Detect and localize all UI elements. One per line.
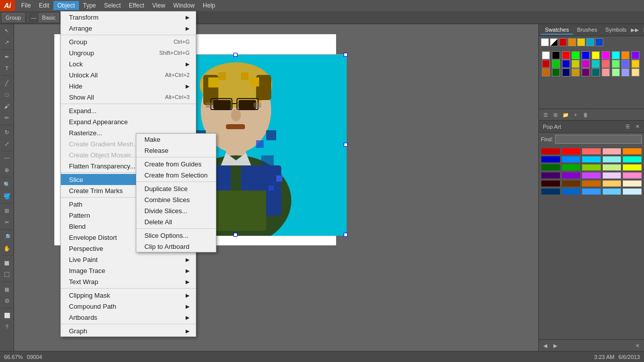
arrow-lock: ▶ xyxy=(186,61,190,67)
menu-item-show-all[interactable]: Show AllAlt+Ctrl+3 xyxy=(61,92,196,103)
arrow-image-trace: ▶ xyxy=(186,268,190,274)
slice-combine[interactable]: Combine Slices xyxy=(136,194,216,205)
menu-item-live-paint[interactable]: Live Paint▶ xyxy=(61,254,196,265)
arrow-compound-path: ▶ xyxy=(186,304,190,309)
dropdown-overlay: Transform▶Arrange▶GroupCtrl+GUngroupShif… xyxy=(0,0,644,362)
menu-item-lock[interactable]: Lock▶ xyxy=(61,58,196,69)
slice-from-selection[interactable]: Create from Selection xyxy=(136,169,216,180)
menu-item-hide[interactable]: Hide▶ xyxy=(61,80,196,92)
menu-sep-9 xyxy=(61,104,196,104)
slice-sep1 xyxy=(136,157,216,157)
arrow-graph: ▶ xyxy=(186,328,190,334)
slice-sep3 xyxy=(136,228,216,229)
slice-make[interactable]: Make xyxy=(136,134,216,145)
menu-sep-32 xyxy=(61,324,196,324)
menu-item-graph[interactable]: Graph▶ xyxy=(61,325,196,336)
slice-sep2 xyxy=(136,182,216,182)
menu-sep-28 xyxy=(61,288,196,289)
menu-item-image-trace[interactable]: Image Trace▶ xyxy=(61,265,196,276)
arrow-live-paint: ▶ xyxy=(186,257,190,262)
slice-from-guides[interactable]: Create from Guides xyxy=(136,158,216,169)
arrow-artboards: ▶ xyxy=(186,315,190,320)
slice-clip[interactable]: Clip to Artboard xyxy=(136,241,216,252)
menu-item-group[interactable]: GroupCtrl+G xyxy=(61,36,196,47)
arrow-text-wrap: ▶ xyxy=(186,279,190,285)
menu-item-expand[interactable]: Expand... xyxy=(61,105,196,116)
arrow-arrange: ▶ xyxy=(186,26,190,31)
menu-item-compound-path[interactable]: Compound Path▶ xyxy=(61,301,196,312)
slice-release[interactable]: Release xyxy=(136,145,216,156)
arrow-transform: ▶ xyxy=(186,15,190,20)
menu-item-expand-appearance[interactable]: Expand Appearance xyxy=(61,116,196,127)
menu-item-clipping-mask[interactable]: Clipping Mask▶ xyxy=(61,290,196,301)
menu-item-ungroup[interactable]: UngroupShift+Ctrl+G xyxy=(61,47,196,58)
slice-divide[interactable]: Divide Slices... xyxy=(136,205,216,216)
menu-item-text-wrap[interactable]: Text Wrap▶ xyxy=(61,276,196,287)
menu-item-transform[interactable]: Transform▶ xyxy=(61,12,196,23)
slice-delete-all[interactable]: Delete All xyxy=(136,216,216,227)
slice-submenu: Make Release Create from Guides Create f… xyxy=(136,133,216,252)
slice-duplicate[interactable]: Duplicate Slice xyxy=(136,183,216,194)
menu-sep-2 xyxy=(61,35,196,35)
arrow-clipping-mask: ▶ xyxy=(186,293,190,298)
menu-item-arrange[interactable]: Arrange▶ xyxy=(61,23,196,34)
slice-options[interactable]: Slice Options... xyxy=(136,230,216,241)
menu-item-artboards[interactable]: Artboards▶ xyxy=(61,312,196,323)
menu-item-unlock-all[interactable]: Unlock AllAlt+Ctrl+2 xyxy=(61,69,196,80)
arrow-hide: ▶ xyxy=(186,83,190,89)
